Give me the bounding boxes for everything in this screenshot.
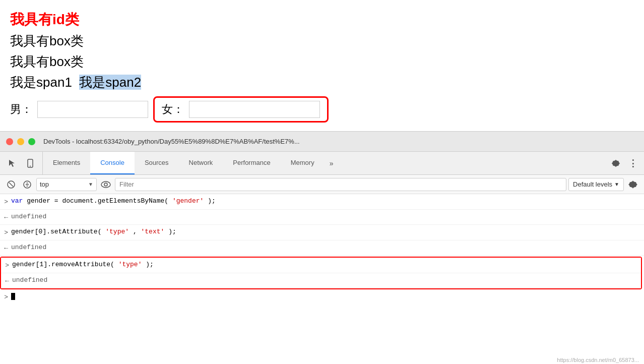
cursor-blink — [11, 293, 15, 300]
console-settings-icon[interactable] — [626, 177, 640, 192]
svg-line-3 — [9, 183, 13, 187]
context-selector[interactable]: top ▼ — [36, 178, 97, 191]
console-line-5: > gender[1].removeAttribute( 'type' ); — [1, 258, 641, 273]
context-value: top — [40, 180, 88, 188]
span2-text: 我是span2 — [79, 75, 141, 90]
cursor-icon[interactable] — [5, 156, 19, 170]
highlighted-block: > gender[1].removeAttribute( 'type' ); ←… — [0, 257, 642, 289]
page-content: 我具有id类 我具有box类 我具有box类 我是span1 我是span2 男… — [0, 0, 644, 131]
svg-point-8 — [101, 181, 110, 188]
devtools-url: https://blog.csdn.net/m0_65873... — [557, 357, 639, 363]
filter-input[interactable] — [115, 178, 566, 191]
tab-console-label: Console — [100, 159, 124, 166]
devtools-window: DevTools - localhost:63342/oby_python/Da… — [0, 131, 644, 364]
prompt-3: > — [0, 227, 11, 238]
female-input[interactable] — [189, 101, 320, 118]
console-line-2: ← undefined — [0, 210, 644, 225]
tab-elements-label: Elements — [53, 159, 80, 166]
console-line-6: ← undefined — [1, 273, 641, 289]
span1-text: 我是span1 — [10, 75, 72, 90]
line1-text: 我具有id类 — [10, 10, 634, 29]
levels-label: Default levels — [573, 180, 612, 188]
tab-sources[interactable]: Sources — [135, 152, 179, 174]
male-input[interactable] — [37, 101, 148, 118]
code-3: gender[0].setAttribute( 'type' , 'text' … — [11, 227, 176, 237]
output-2: undefined — [11, 212, 46, 222]
tab-elements[interactable]: Elements — [43, 152, 90, 174]
prompt-4: ← — [0, 242, 11, 254]
female-section: 女： — [153, 96, 329, 123]
more-options-icon[interactable]: ⋮ — [626, 156, 640, 170]
traffic-light-red[interactable] — [6, 138, 13, 145]
console-output[interactable]: > var gender = document.getElementsByNam… — [0, 194, 644, 364]
svg-point-9 — [104, 183, 107, 186]
prompt-6: ← — [1, 275, 12, 286]
devtools-tabs-bar: Elements Console Sources Network Perform… — [0, 152, 644, 175]
console-line-3: > gender[0].setAttribute( 'type' , 'text… — [0, 225, 644, 240]
tab-performance-label: Performance — [233, 159, 270, 166]
prompt-2: ← — [0, 212, 11, 223]
female-label: 女： — [162, 102, 184, 117]
console-toolbar: top ▼ Default levels ▼ — [0, 175, 644, 194]
prompt-1: > — [0, 196, 11, 207]
tab-memory[interactable]: Memory — [281, 152, 325, 174]
output-4: undefined — [11, 242, 46, 253]
code-5: gender[1].removeAttribute( 'type' ); — [12, 260, 154, 270]
devtools-icon-group — [0, 152, 43, 174]
clear-console-button[interactable] — [4, 177, 18, 192]
prompt-input: > — [0, 292, 11, 301]
mobile-icon[interactable] — [23, 156, 37, 170]
context-arrow-icon: ▼ — [88, 181, 93, 187]
prompt-5: > — [1, 260, 12, 271]
tab-more-button[interactable]: » — [325, 152, 339, 174]
eye-icon[interactable] — [99, 177, 113, 192]
line4-text: 我是span1 我是span2 — [10, 74, 634, 91]
male-label: 男： — [10, 102, 32, 117]
console-line-4: ← undefined — [0, 240, 644, 256]
console-input-line[interactable]: > — [0, 289, 644, 304]
traffic-light-green[interactable] — [28, 138, 35, 145]
devtools-body: Elements Console Sources Network Perform… — [0, 152, 644, 364]
devtools-settings-area: ⋮ — [605, 152, 644, 174]
line2-text: 我具有box类 — [10, 32, 634, 50]
line3-text: 我具有box类 — [10, 53, 634, 71]
tab-sources-label: Sources — [145, 159, 169, 166]
console-line-1: > var gender = document.getElementsByNam… — [0, 194, 644, 210]
settings-icon[interactable] — [609, 156, 623, 170]
line5-form: 男： 女： — [10, 96, 634, 123]
devtools-titlebar: DevTools - localhost:63342/oby_python/Da… — [0, 132, 644, 152]
output-6: undefined — [12, 275, 47, 285]
tab-performance[interactable]: Performance — [223, 152, 280, 174]
filter-icon[interactable] — [20, 177, 34, 192]
tab-memory-label: Memory — [291, 159, 314, 166]
code-1: var gender = document.getElementsByName(… — [11, 196, 216, 206]
tab-network[interactable]: Network — [179, 152, 223, 174]
devtools-title: DevTools - localhost:63342/oby_python/Da… — [43, 138, 300, 145]
levels-arrow-icon: ▼ — [614, 181, 619, 187]
tab-network-label: Network — [189, 159, 213, 166]
tab-console[interactable]: Console — [90, 152, 135, 174]
levels-selector[interactable]: Default levels ▼ — [568, 178, 624, 191]
traffic-light-yellow[interactable] — [17, 138, 24, 145]
